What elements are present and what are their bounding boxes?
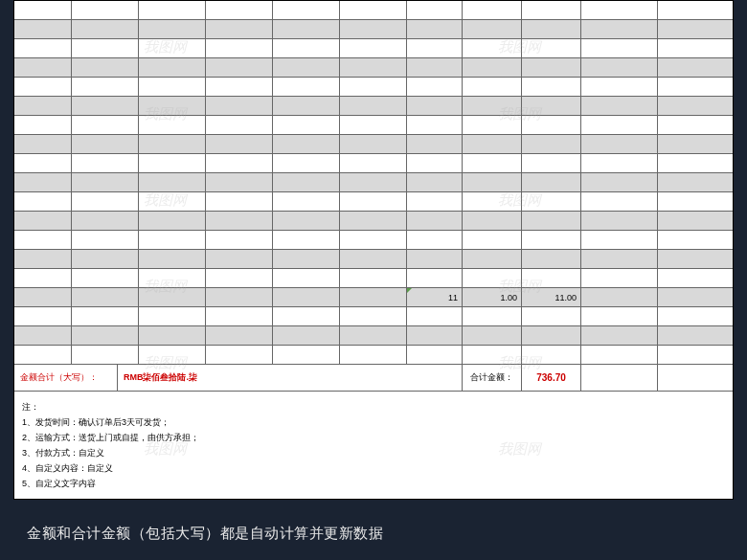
table-row — [14, 58, 733, 78]
cell-qty[interactable]: 11 — [407, 288, 463, 306]
table-row — [14, 269, 733, 288]
table-row — [14, 346, 733, 365]
table-row — [14, 212, 733, 231]
table-row — [14, 231, 733, 250]
cell-price[interactable]: 1.00 — [463, 288, 522, 306]
table-row — [14, 250, 733, 269]
table-row — [14, 173, 733, 192]
table-row — [14, 97, 733, 116]
caption-text: 金额和合计金额（包括大写）都是自动计算并更新数据 — [27, 525, 383, 543]
table-row — [14, 326, 733, 346]
total-row: 金额合计（大写）： RMB柒佰叁拾陆.柒 合计金额： 736.70 — [14, 365, 733, 392]
note-line: 3、付款方式：自定义 — [22, 445, 725, 460]
spreadsheet-sheet: 11 1.00 11.00 金额合计（大写）： RMB柒佰叁拾陆.柒 合计金额：… — [13, 0, 734, 500]
note-line: 5、自定义文字内容 — [22, 476, 725, 491]
table-row — [14, 78, 733, 97]
total-label: 金额合计（大写）： — [14, 365, 118, 391]
table-row — [14, 307, 733, 326]
table-row — [14, 1, 733, 20]
note-line: 4、自定义内容：自定义 — [22, 460, 725, 476]
table-row-data: 11 1.00 11.00 — [14, 288, 733, 307]
table-row — [14, 116, 733, 135]
total-sum-label: 合计金额： — [463, 365, 522, 391]
total-words: RMB柒佰叁拾陆.柒 — [118, 365, 463, 391]
cell-amount[interactable]: 11.00 — [522, 288, 581, 306]
table-row — [14, 20, 733, 39]
note-line: 1、发货时间：确认订单后3天可发货； — [22, 414, 725, 430]
notes-block: 注： 1、发货时间：确认订单后3天可发货； 2、运输方式：送货上门或自提，由供方… — [14, 392, 733, 491]
grid-area: 11 1.00 11.00 金额合计（大写）： RMB柒佰叁拾陆.柒 合计金额：… — [14, 1, 733, 392]
total-sum-value: 736.70 — [522, 365, 581, 391]
table-row — [14, 154, 733, 173]
table-row — [14, 192, 733, 212]
note-line: 2、运输方式：送货上门或自提，由供方承担； — [22, 430, 725, 445]
table-row — [14, 135, 733, 154]
table-row — [14, 39, 733, 58]
notes-header: 注： — [22, 399, 725, 414]
